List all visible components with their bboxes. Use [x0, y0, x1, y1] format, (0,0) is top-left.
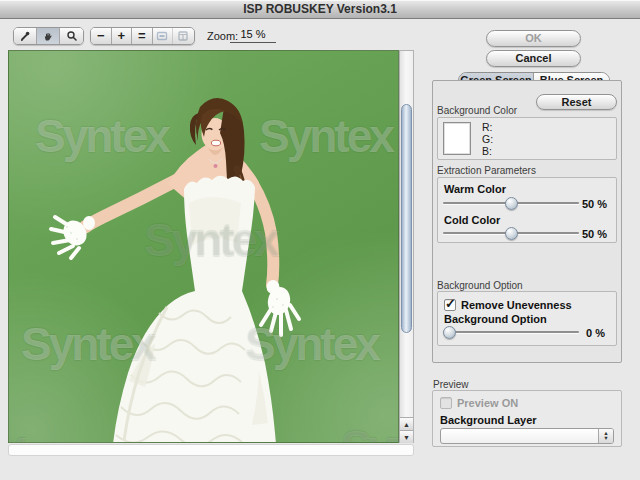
bride-photo	[9, 51, 399, 443]
window-title: ISP ROBUSKEY Version3.1	[243, 2, 397, 16]
blue-channel-label: B:	[482, 145, 492, 157]
preview-on-label: Preview ON	[457, 397, 518, 409]
horizontal-scrollbar[interactable]	[8, 444, 414, 456]
scroll-down-icon: ▼	[403, 434, 410, 441]
background-layer-label: Background Layer	[440, 414, 537, 426]
slider-thumb[interactable]	[505, 227, 518, 240]
equals-icon: =	[138, 28, 146, 44]
slider-thumb[interactable]	[505, 197, 518, 210]
remove-unevenness-checkbox[interactable]: ✓	[444, 299, 456, 311]
scrollbar-thumb[interactable]	[401, 104, 412, 333]
fit-image-icon	[156, 30, 168, 42]
zoom-out-button[interactable]: −	[91, 28, 112, 44]
image-canvas[interactable]: Syntex Syntex Syntex Syntex Syntex Synte…	[8, 50, 399, 443]
green-channel-label: G:	[482, 133, 493, 145]
hand-tool-button[interactable]	[37, 28, 60, 44]
magnifier-icon	[66, 30, 78, 42]
magnifier-tool-button[interactable]	[60, 28, 83, 44]
check-icon: ✓	[445, 296, 456, 311]
scroll-up-button[interactable]: ▲	[400, 417, 413, 430]
zoom-value-field[interactable]: 15 %	[230, 28, 276, 43]
minus-icon: −	[97, 28, 105, 44]
background-layer-select[interactable]: ▲ ▼	[440, 428, 614, 444]
preview-on-checkbox[interactable]: ✓	[440, 397, 452, 409]
plus-icon: +	[117, 28, 125, 44]
reset-button[interactable]: Reset	[536, 94, 617, 110]
remove-unevenness-label: Remove Unevenness	[461, 299, 572, 311]
hand-icon	[42, 30, 54, 42]
fit-image-button[interactable]	[153, 28, 174, 44]
background-option-title: Background Option	[437, 280, 523, 291]
robuskey-dialog: { "window": { "title": "ISP ROBUSKEY Ver…	[0, 0, 640, 480]
preview-title: Preview	[433, 379, 469, 390]
fit-screen-button[interactable]	[173, 28, 194, 44]
stepper-down-icon: ▼	[603, 436, 608, 441]
cold-color-label: Cold Color	[444, 214, 500, 226]
scroll-up-icon: ▲	[403, 421, 410, 428]
scroll-down-button[interactable]: ▼	[400, 430, 413, 443]
background-option-slider-label: Background Option	[444, 313, 547, 325]
title-bar[interactable]: ISP ROBUSKEY Version3.1	[0, 0, 640, 19]
fit-screen-icon	[177, 30, 189, 42]
background-option-value: 0 %	[586, 327, 605, 339]
stepper-icon: ▲ ▼	[598, 429, 613, 443]
zoom-in-button[interactable]: +	[112, 28, 133, 44]
eyedropper-tool-button[interactable]	[14, 28, 37, 44]
red-channel-label: R:	[482, 121, 493, 133]
zoom-fit-button[interactable]: =	[132, 28, 153, 44]
cold-color-slider[interactable]	[443, 227, 579, 240]
cold-color-value: 50 %	[582, 228, 607, 240]
zoom-group: − + =	[90, 27, 195, 45]
tool-group	[13, 27, 84, 45]
warm-color-slider[interactable]	[443, 197, 579, 210]
vertical-scrollbar[interactable]: ▲ ▼	[399, 50, 414, 443]
cancel-button[interactable]: Cancel	[486, 50, 581, 67]
slider-thumb[interactable]	[443, 326, 456, 339]
ok-button[interactable]: OK	[486, 30, 581, 47]
warm-color-label: Warm Color	[444, 183, 506, 195]
warm-color-value: 50 %	[582, 198, 607, 210]
background-option-slider[interactable]	[443, 326, 579, 339]
background-color-title: Background Color	[437, 105, 517, 116]
extraction-parameters-title: Extraction Parameters	[437, 165, 536, 176]
eyedropper-icon	[19, 30, 31, 42]
slider-track[interactable]	[443, 331, 579, 333]
background-color-swatch[interactable]	[443, 122, 471, 155]
